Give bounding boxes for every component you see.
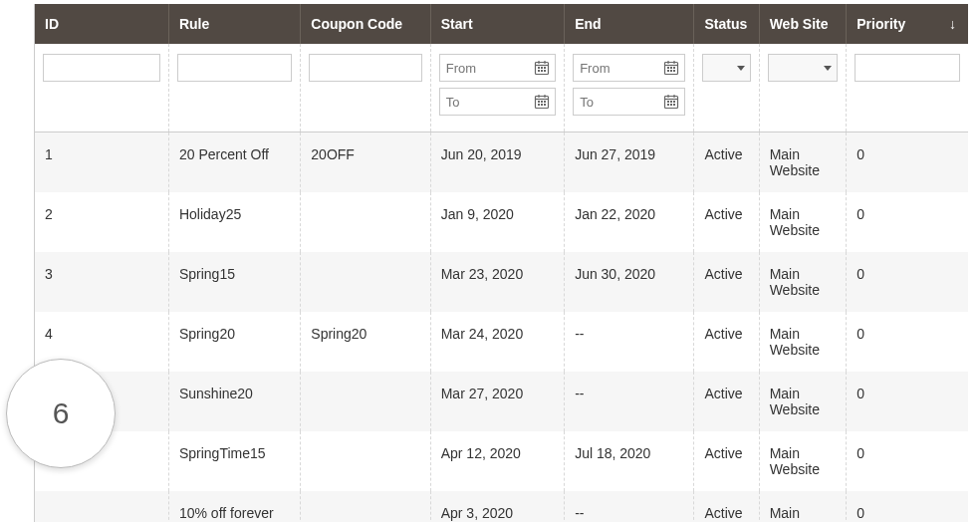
col-header-rule[interactable]: Rule: [168, 4, 300, 44]
filter-id-input[interactable]: [43, 54, 160, 82]
col-header-code[interactable]: Coupon Code: [301, 4, 430, 44]
col-header-end[interactable]: End: [565, 4, 694, 44]
cell-priority: 0: [847, 491, 968, 522]
cell-end: Jun 30, 2020: [565, 252, 694, 312]
filter-website-select[interactable]: [768, 54, 839, 82]
cell-rule: 20 Percent Off: [168, 132, 300, 193]
col-header-status[interactable]: Status: [694, 4, 759, 44]
cell-status: Active: [694, 312, 759, 372]
filter-end-from-input[interactable]: [573, 54, 685, 82]
col-header-id[interactable]: ID: [35, 4, 168, 44]
cell-rule: Sunshine20: [168, 372, 300, 431]
cell-website: Main Website: [759, 132, 847, 193]
cell-start: Mar 27, 2020: [430, 372, 564, 431]
cell-priority: 0: [847, 312, 968, 372]
cell-rule: Spring20: [168, 312, 300, 372]
cell-end: --: [565, 491, 694, 522]
cell-code: [301, 491, 430, 522]
filter-priority-input[interactable]: [855, 54, 960, 82]
filter-rule-input[interactable]: [177, 54, 292, 82]
table-row[interactable]: 3Spring15Mar 23, 2020Jun 30, 2020ActiveM…: [35, 252, 968, 312]
cell-end: Jul 18, 2020: [565, 431, 694, 491]
cell-id: 3: [35, 252, 168, 312]
cell-code: [301, 192, 430, 252]
cell-priority: 0: [847, 431, 968, 491]
col-header-website[interactable]: Web Site: [759, 4, 847, 44]
table-row[interactable]: 6SpringTime15Apr 12, 2020Jul 18, 2020Act…: [35, 431, 968, 491]
cell-start: Mar 24, 2020: [430, 312, 564, 372]
table-row[interactable]: 2Holiday25Jan 9, 2020Jan 22, 2020ActiveM…: [35, 192, 968, 252]
table-row[interactable]: 10% off foreverApr 3, 2020--ActiveMain W…: [35, 491, 968, 522]
cell-rule: SpringTime15: [168, 431, 300, 491]
cell-website: Main Website: [759, 491, 847, 522]
cell-end: --: [565, 312, 694, 372]
col-header-priority[interactable]: Priority: [847, 4, 968, 44]
cell-priority: 0: [847, 252, 968, 312]
cell-code: [301, 431, 430, 491]
filter-row: [35, 44, 968, 132]
cell-id: 2: [35, 192, 168, 252]
cell-status: Active: [694, 372, 759, 431]
filter-code-input[interactable]: [309, 54, 421, 82]
magnifier-value: 6: [53, 396, 70, 430]
header-row: ID Rule Coupon Code Start End Status Web…: [35, 4, 968, 44]
filter-start-to-input[interactable]: [439, 88, 556, 116]
cell-start: Jun 20, 2019: [430, 132, 564, 193]
cell-start: Apr 3, 2020: [430, 491, 564, 522]
filter-end-to-input[interactable]: [573, 88, 685, 116]
cell-website: Main Website: [759, 312, 847, 372]
cell-website: Main Website: [759, 252, 847, 312]
cell-code: Spring20: [301, 312, 430, 372]
cell-end: --: [565, 372, 694, 431]
filter-start-from-input[interactable]: [439, 54, 556, 82]
cell-rule: Spring15: [168, 252, 300, 312]
rules-grid: ID Rule Coupon Code Start End Status Web…: [34, 4, 968, 522]
cell-code: 20OFF: [301, 132, 430, 193]
cell-priority: 0: [847, 192, 968, 252]
cell-start: Apr 12, 2020: [430, 431, 564, 491]
cell-status: Active: [694, 132, 759, 193]
cell-website: Main Website: [759, 372, 847, 431]
cell-website: Main Website: [759, 192, 847, 252]
cell-end: Jun 27, 2019: [565, 132, 694, 193]
table-row[interactable]: 120 Percent Off20OFFJun 20, 2019Jun 27, …: [35, 132, 968, 193]
cell-priority: 0: [847, 372, 968, 431]
cell-start: Jan 9, 2020: [430, 192, 564, 252]
magnifier-overlay: 6: [6, 359, 116, 468]
col-header-start[interactable]: Start: [430, 4, 564, 44]
cell-status: Active: [694, 491, 759, 522]
cell-start: Mar 23, 2020: [430, 252, 564, 312]
rules-table: ID Rule Coupon Code Start End Status Web…: [35, 4, 968, 522]
filter-status-select[interactable]: [702, 54, 750, 82]
cell-rule: 10% off forever: [168, 491, 300, 522]
cell-id: 1: [35, 132, 168, 193]
cell-id: [35, 491, 168, 522]
cell-code: [301, 372, 430, 431]
cell-rule: Holiday25: [168, 192, 300, 252]
cell-priority: 0: [847, 132, 968, 193]
cell-status: Active: [694, 192, 759, 252]
table-row[interactable]: 5Sunshine20Mar 27, 2020--ActiveMain Webs…: [35, 372, 968, 431]
table-row[interactable]: 4Spring20Spring20Mar 24, 2020--ActiveMai…: [35, 312, 968, 372]
cell-end: Jan 22, 2020: [565, 192, 694, 252]
cell-code: [301, 252, 430, 312]
cell-status: Active: [694, 252, 759, 312]
cell-status: Active: [694, 431, 759, 491]
cell-website: Main Website: [759, 431, 847, 491]
